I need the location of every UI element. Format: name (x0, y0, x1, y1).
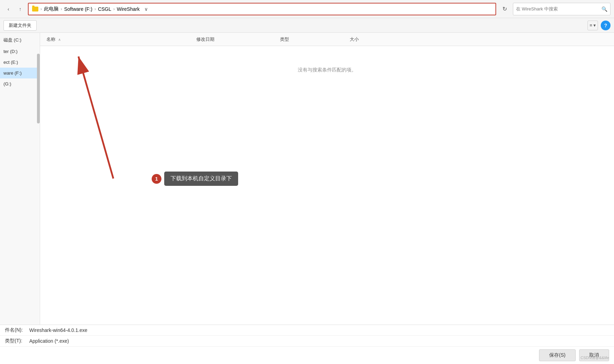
bottom-bar: 件名(N): Wireshark-win64-4.0.1.exe 类型(T): … (0, 325, 614, 364)
badge-number: 1 (152, 174, 161, 184)
filetype-value: Application (*.exe) (29, 338, 609, 344)
file-header: 名称 ∧ 修改日期 类型 大小 (40, 33, 614, 46)
folder-icon (32, 7, 38, 12)
breadcrumb-folder1: CSGL (98, 6, 111, 12)
action-bar-right: ≡ ▾ ? (588, 21, 611, 30)
action-bar: 新建文件夹 ≡ ▾ ? (0, 18, 614, 33)
search-icon-button[interactable]: 🔍 (601, 6, 607, 12)
file-dialog-window: ‹ ↑ › 此电脑 › Software (F:) › CSGL › WireS… (0, 0, 614, 364)
back-button[interactable]: ‹ (3, 4, 13, 14)
save-button[interactable]: 保存(S) (539, 349, 576, 361)
filename-row: 件名(N): Wireshark-win64-4.0.1.exe (0, 325, 614, 336)
filename-label: 件名(N): (5, 327, 29, 333)
col-header-type[interactable]: 类型 (277, 36, 347, 43)
sidebar: 磁盘 (C:) ter (D:) ect (E:) ware (F:) (G:) (0, 33, 40, 325)
breadcrumb-folder2: WireShark (117, 6, 139, 12)
svg-line-1 (78, 56, 113, 179)
sidebar-item-d[interactable]: ter (D:) (0, 46, 40, 57)
filename-value: Wireshark-win64-4.0.1.exe (29, 327, 609, 333)
sidebar-items: 磁盘 (C:) ter (D:) ect (E:) ware (F:) (G:) (0, 33, 40, 325)
view-toggle-button[interactable]: ≡ ▾ (588, 21, 598, 30)
sidebar-item-g[interactable]: (G:) (0, 78, 40, 89)
breadcrumb-bar[interactable]: › 此电脑 › Software (F:) › CSGL › WireShark… (28, 3, 496, 15)
breadcrumb-sep-1: › (61, 7, 62, 12)
breadcrumb-pc: 此电脑 (44, 6, 59, 12)
main-area: 磁盘 (C:) ter (D:) ect (E:) ware (F:) (G:)… (0, 33, 614, 325)
up-button[interactable]: ↑ (15, 4, 25, 14)
watermark: CSDN博客&&life (581, 355, 609, 361)
new-folder-button[interactable]: 新建文件夹 (3, 20, 37, 31)
breadcrumb-drive: Software (F:) (64, 6, 92, 12)
breadcrumb-sep-3: › (113, 7, 115, 12)
file-area: 名称 ∧ 修改日期 类型 大小 没有与搜索条件匹配的项。 (40, 33, 614, 325)
red-arrow-svg (68, 46, 138, 185)
col-header-date[interactable]: 修改日期 (194, 36, 277, 43)
filetype-row: 类型(T): Application (*.exe) (0, 336, 614, 347)
col-header-name[interactable]: 名称 ∧ (44, 36, 194, 43)
file-content: 没有与搜索条件匹配的项。 1 (40, 46, 614, 325)
sort-arrow-icon: ∧ (58, 38, 61, 41)
bottom-actions: 保存(S) 取消 (0, 347, 614, 364)
refresh-button[interactable]: ↻ (499, 3, 510, 15)
sidebar-item-f[interactable]: ware (F:) (0, 68, 40, 78)
sidebar-scrollbar[interactable] (37, 54, 40, 123)
breadcrumb-sep-2: › (94, 7, 96, 12)
annotation-overlay: 1 下载到本机自定义目录下 (40, 46, 614, 325)
search-bar: 🔍 (513, 3, 611, 15)
col-header-size[interactable]: 大小 (347, 36, 403, 43)
sidebar-item-c[interactable]: 磁盘 (C:) (0, 34, 40, 46)
annotation-tooltip: 1 下载到本机自定义目录下 (152, 172, 238, 186)
nav-buttons: ‹ ↑ (3, 4, 25, 14)
toolbar: ‹ ↑ › 此电脑 › Software (F:) › CSGL › WireS… (0, 0, 614, 18)
breadcrumb-sep-0: › (40, 7, 42, 12)
help-button[interactable]: ? (601, 21, 611, 30)
sidebar-item-e[interactable]: ect (E:) (0, 57, 40, 68)
empty-message: 没有与搜索条件匹配的项。 (298, 67, 356, 73)
breadcrumb-dropdown[interactable]: ∨ (144, 6, 148, 12)
filetype-label: 类型(T): (5, 338, 29, 344)
tooltip-text: 下载到本机自定义目录下 (164, 172, 238, 186)
search-input[interactable] (516, 6, 599, 12)
